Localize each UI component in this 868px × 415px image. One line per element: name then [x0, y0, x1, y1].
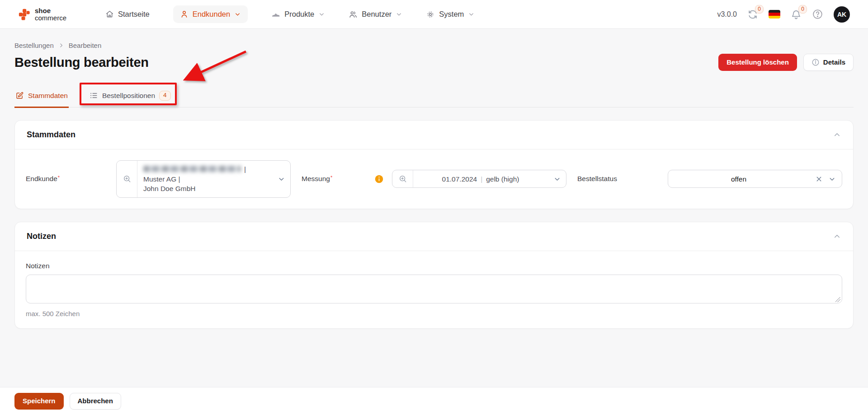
required-mark: *	[330, 175, 332, 180]
brand-logo-text: shoe commerce	[35, 7, 66, 22]
sync-button[interactable]: 0	[747, 9, 758, 20]
avatar[interactable]: AK	[834, 6, 850, 23]
gear-icon	[426, 10, 435, 19]
messung-value-date: 01.07.2024	[442, 174, 477, 184]
delete-order-button[interactable]: Bestellung löschen	[718, 54, 797, 71]
collapse-stammdaten-button[interactable]	[833, 131, 841, 139]
logo-line2: commerce	[35, 14, 66, 22]
person-icon	[180, 10, 189, 19]
list-icon	[90, 91, 98, 100]
endkunde-value-line1: | Muster AG |	[143, 164, 266, 184]
notizen-field-label: Notizen	[26, 262, 842, 270]
redacted-text	[143, 166, 241, 172]
positions-count-badge: 4	[159, 91, 171, 101]
nav-label: Produkte	[284, 10, 314, 19]
stammdaten-section: Stammdaten Endkunde*	[14, 120, 854, 209]
chevron-down-icon	[318, 11, 325, 18]
breadcrumb: Bestellungen Bearbeiten	[14, 29, 854, 49]
tab-stammdaten-label: Stammdaten	[28, 92, 68, 100]
notizen-section: Notizen Notizen max. 500 Zeichen	[14, 222, 854, 329]
nav-item-startseite[interactable]: Startseite	[105, 10, 150, 19]
version-label: v3.0.0	[717, 10, 737, 19]
save-button[interactable]: Speichern	[14, 393, 64, 410]
info-circle-icon	[811, 58, 820, 66]
chevron-down-icon	[396, 11, 402, 18]
german-flag-icon[interactable]	[769, 10, 780, 19]
nav-label: Startseite	[118, 10, 150, 19]
notifications-badge: 0	[798, 5, 807, 14]
zoom-in-icon	[392, 170, 413, 187]
top-navbar: shoe commerce Startseite Endkunden	[0, 0, 868, 29]
field-messung: Messung*	[302, 160, 566, 198]
chevron-down-icon	[828, 175, 836, 183]
breadcrumb-bestellungen[interactable]: Bestellungen	[14, 42, 54, 49]
tab-stammdaten[interactable]: Stammdaten	[14, 91, 69, 108]
main-nav: Startseite Endkunden Produkte	[105, 5, 475, 23]
tab-bar: Stammdaten Bestellpositionen 4	[14, 91, 854, 107]
bestellstatus-value: offen	[731, 174, 746, 184]
nav-item-endkunden[interactable]: Endkunden	[173, 5, 248, 23]
page-content: Bestellungen Bearbeiten Bestellung bearb…	[0, 29, 868, 329]
details-button[interactable]: Details	[803, 54, 854, 71]
bestellstatus-select[interactable]: offen	[668, 170, 842, 188]
chevron-up-icon	[833, 131, 841, 139]
logo-line1: shoe	[35, 7, 66, 14]
breadcrumb-bearbeiten[interactable]: Bearbeiten	[69, 42, 102, 49]
cancel-button[interactable]: Abbrechen	[70, 393, 121, 410]
messung-value-detail: gelb (high)	[486, 174, 519, 184]
sync-badge: 0	[755, 5, 764, 14]
action-footer: Speichern Abbrechen	[0, 387, 868, 415]
tab-bestellpositionen[interactable]: Bestellpositionen 4	[89, 91, 172, 108]
tab-bestellpositionen-label: Bestellpositionen	[102, 92, 155, 100]
nav-item-produkte[interactable]: Produkte	[271, 10, 325, 19]
navbar-right-cluster: v3.0.0 0 0 AK	[717, 6, 850, 23]
brand-logo[interactable]: shoe commerce	[18, 7, 66, 22]
chevron-down-icon	[234, 11, 241, 18]
endkunde-select[interactable]: | Muster AG | John Doe GmbH	[116, 160, 291, 198]
messung-select[interactable]: 01.07.2024 | gelb (high)	[392, 170, 566, 188]
clear-icon[interactable]	[815, 175, 823, 183]
notizen-textarea[interactable]	[26, 275, 842, 303]
value-separator: |	[477, 174, 486, 184]
endkunde-value-line2: John Doe GmbH	[143, 184, 266, 194]
messung-label: Messung*	[302, 175, 332, 183]
home-icon	[105, 10, 114, 19]
nav-label: Benutzer	[362, 10, 392, 19]
details-button-label: Details	[823, 59, 845, 66]
bestellstatus-label: Bestellstatus	[577, 175, 617, 183]
header-actions: Bestellung löschen Details	[718, 54, 854, 71]
collapse-notizen-button[interactable]	[833, 232, 841, 241]
shoe-icon	[271, 10, 280, 19]
nav-label: System	[439, 10, 464, 19]
shoe-commerce-logo-icon	[18, 8, 31, 21]
notizen-hint: max. 500 Zeichen	[26, 310, 842, 317]
page-title: Bestellung bearbeiten	[14, 55, 149, 70]
chevron-down-icon	[272, 161, 290, 197]
chevron-down-icon	[548, 170, 566, 187]
chevron-up-icon	[833, 232, 841, 241]
chevron-down-icon	[468, 11, 475, 18]
required-mark: *	[58, 175, 60, 180]
warning-info-icon[interactable]	[374, 174, 384, 184]
users-icon	[349, 10, 358, 19]
notifications-button[interactable]: 0	[791, 9, 802, 20]
zoom-in-icon	[117, 161, 137, 197]
edit-icon	[15, 91, 24, 100]
field-endkunde: Endkunde* | Muster AG | John Doe GmbH	[26, 160, 291, 198]
nav-label: Endkunden	[193, 10, 231, 19]
help-button[interactable]	[812, 9, 823, 20]
field-bestellstatus: Bestellstatus offen	[577, 160, 842, 198]
chevron-right-icon	[58, 42, 64, 48]
nav-item-system[interactable]: System	[426, 10, 475, 19]
nav-item-benutzer[interactable]: Benutzer	[349, 10, 402, 19]
section-title-stammdaten: Stammdaten	[27, 130, 75, 140]
section-title-notizen: Notizen	[27, 232, 56, 241]
endkunde-label: Endkunde*	[26, 175, 60, 183]
help-icon	[812, 9, 823, 20]
